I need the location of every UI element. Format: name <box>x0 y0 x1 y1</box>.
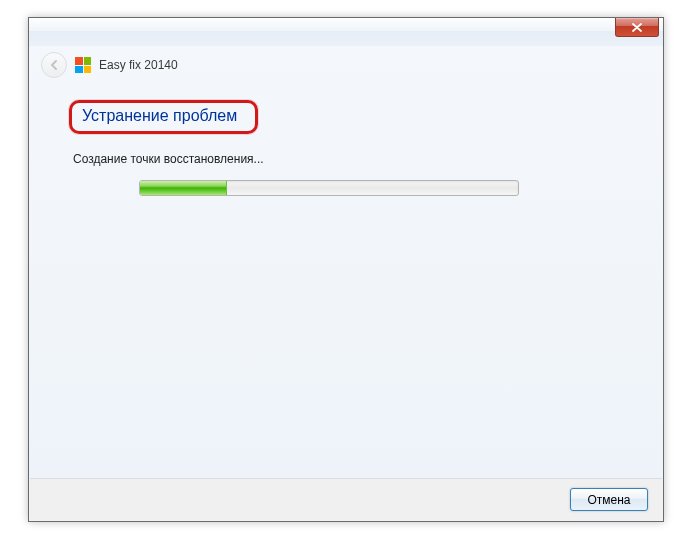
arrow-left-icon <box>47 58 61 72</box>
progress-bar <box>139 180 519 196</box>
app-title: Easy fix 20140 <box>99 58 178 72</box>
heading-highlight: Устранение проблем <box>69 100 258 134</box>
status-text: Создание точки восстановления... <box>73 152 623 166</box>
close-button[interactable] <box>615 18 659 37</box>
header-row: Easy fix 20140 <box>29 46 663 82</box>
close-icon <box>632 23 642 32</box>
progress-fill <box>140 181 227 195</box>
wizard-window: Easy fix 20140 Устранение проблем Создан… <box>28 17 664 522</box>
cancel-button[interactable]: Отмена <box>570 488 648 511</box>
titlebar <box>29 18 663 46</box>
footer: Отмена <box>30 478 662 520</box>
back-button[interactable] <box>41 52 67 78</box>
page-heading: Устранение проблем <box>82 107 237 124</box>
content-area: Устранение проблем Создание точки восста… <box>29 82 663 196</box>
microsoft-logo-icon <box>75 57 91 73</box>
